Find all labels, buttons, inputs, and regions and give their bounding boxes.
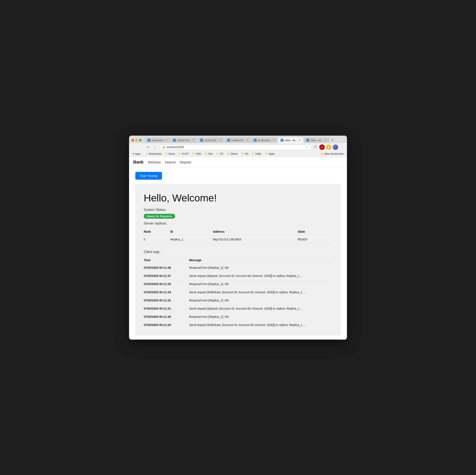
- log-time: 07/03/2020 00:11:31: [144, 304, 189, 313]
- bookmark-bookmarks[interactable]: ★ Bookmarks: [145, 152, 163, 156]
- tab-favicon: 🌐: [148, 139, 151, 142]
- logs-col-time: Time: [144, 257, 189, 264]
- address-row: ← → ↻ ⌂ 🔒 localhost:8005 ☆ 🛡 ● ■ ⋮: [129, 143, 347, 151]
- lock-icon: 🔒: [162, 146, 165, 148]
- table-row: 07/03/2020 00:11:35 Respond from [Replic…: [144, 280, 332, 288]
- extension-yellow-icon[interactable]: ■: [326, 144, 331, 150]
- close-button[interactable]: [132, 139, 134, 141]
- bookmark-hust[interactable]: 📁 HUST: [177, 152, 190, 156]
- bookmark-cn[interactable]: 📁 CN: [240, 152, 250, 156]
- folder-icon: 📁: [320, 152, 323, 155]
- bookmark-others-label: Others: [230, 152, 238, 155]
- log-time: 07/03/2020 00:11:32: [144, 296, 189, 304]
- tab-favicon: 🌐: [227, 139, 230, 142]
- start-testing-button[interactable]: Start Testing: [135, 172, 162, 180]
- table-row: 07/03/2020 00:11:34 Send request [Withdr…: [144, 288, 332, 296]
- apps-grid-icon: ⊞: [132, 152, 134, 155]
- bookmark-apple[interactable]: 📁 Apple: [264, 152, 276, 156]
- extension-red-icon[interactable]: ●: [319, 144, 325, 150]
- forward-button[interactable]: →: [138, 144, 144, 150]
- log-time: 07/03/2020 00:11:35: [144, 280, 189, 288]
- bookmark-apps[interactable]: ⊞ Apps: [131, 152, 142, 156]
- bookmark-star-icon[interactable]: ☆: [306, 145, 308, 149]
- content-card: Hello, Welcome! System Status: Ready for…: [135, 184, 341, 335]
- log-message: Send request [Withdraw: [Account ID: Acc…: [189, 321, 332, 329]
- tab-global-fault[interactable]: 🌐 Global Fau... ✕: [170, 138, 197, 143]
- log-message: Respond from [Replica_1]: OK: [189, 280, 332, 288]
- address-bar[interactable]: 🔒 localhost:8005 ☆: [160, 144, 311, 150]
- table-row: 07/03/2020 00:11:29 Send request [Withdr…: [144, 321, 332, 329]
- folder-icon: 📁: [205, 152, 208, 155]
- tab-close-icon[interactable]: ✕: [165, 139, 168, 141]
- nav-withdraw[interactable]: Withdraw: [148, 160, 161, 164]
- bookmark-music-label: Music: [169, 152, 175, 155]
- replicas-col-rank: Rank: [144, 228, 170, 235]
- log-message: Send request [deposit: [Account ID: Acco…: [189, 304, 332, 313]
- bookmark-cmu-label: CMU: [196, 152, 202, 155]
- server-replicas-label: Server replicas:: [144, 222, 332, 225]
- home-button[interactable]: ⌂: [153, 144, 158, 150]
- main-area: Start Testing Hello, Welcome! System Sta…: [129, 168, 347, 340]
- folder-icon: 📁: [165, 152, 168, 155]
- tab-close-icon[interactable]: ✕: [192, 139, 195, 141]
- more-options-button[interactable]: ⋮: [340, 144, 345, 150]
- profile-avatar[interactable]: [333, 144, 338, 150]
- log-message: Send request [deposit: [Account ID: Acco…: [189, 272, 332, 280]
- tab-label: Replication: [152, 139, 164, 141]
- tab-localhost-2[interactable]: 🌐 localhost:8... ✕: [251, 138, 278, 143]
- tab-index-2[interactable]: 🌐 index - ba... ✕: [304, 138, 329, 143]
- bookmark-utility[interactable]: 📁 Utility: [250, 152, 262, 156]
- table-row: 07/03/2020 00:11:31 Send request [deposi…: [144, 304, 332, 313]
- bookmark-cs[interactable]: 📁 CS: [215, 152, 225, 156]
- tab-favicon: 🌐: [306, 139, 309, 142]
- tab-replication[interactable]: 🌐 Replication ✕: [145, 138, 170, 143]
- minimize-button[interactable]: [135, 139, 138, 141]
- tab-close-icon[interactable]: ✕: [219, 139, 222, 141]
- shield-icon[interactable]: 🛡: [313, 144, 318, 150]
- bookmark-music[interactable]: 📁 Music: [164, 152, 176, 156]
- system-status-label: System Status:: [144, 208, 332, 212]
- tab-favicon: 🌐: [254, 139, 257, 142]
- tab-label: index - ba...: [285, 139, 297, 141]
- tab-localhost-1[interactable]: 🌐 localhost:8... ✕: [225, 138, 251, 143]
- log-message: Respond from [Replica_1]: OK: [189, 313, 332, 321]
- title-bar: 🌐 Replication ✕ 🌐 Global Fau... ✕ 🌐 Loca…: [129, 136, 347, 157]
- tab-close-icon[interactable]: ✕: [273, 139, 275, 141]
- log-time: 07/03/2020 00:11:29: [144, 321, 189, 329]
- status-badge: Ready for Requests: [144, 214, 175, 219]
- folder-icon: 📁: [252, 152, 255, 155]
- new-tab-button[interactable]: +: [330, 137, 335, 143]
- table-row: 07/03/2020 00:11:37 Send request [deposi…: [144, 272, 332, 280]
- tab-close-icon[interactable]: ✕: [246, 139, 248, 141]
- bookmark-utility-label: Utility: [255, 152, 261, 155]
- tab-index-active[interactable]: 🌐 index - ba... ✕: [278, 138, 303, 143]
- reload-button[interactable]: ↻: [145, 144, 151, 150]
- tab-close-icon[interactable]: ✕: [324, 139, 327, 141]
- nav-deposit[interactable]: Deposit: [165, 160, 176, 164]
- address-text: localhost:8005: [167, 145, 304, 149]
- back-button[interactable]: ←: [131, 144, 136, 150]
- nav-register[interactable]: Register: [180, 160, 191, 164]
- page-content: Bank Withdraw Deposit Register Start Tes…: [129, 157, 347, 340]
- folder-icon: 📁: [192, 152, 195, 155]
- tab-local-fault[interactable]: 🌐 Local Fault... ✕: [198, 138, 224, 143]
- table-row: 07/03/2020 00:11:29 Respond from [Replic…: [144, 313, 332, 321]
- log-message: Send request [Withdraw: [Account ID: Acc…: [189, 288, 332, 296]
- replicas-col-address: Address: [213, 228, 298, 235]
- other-bookmarks-button[interactable]: 📁 Other Bookmarks: [319, 152, 345, 156]
- tab-close-icon[interactable]: ✕: [299, 139, 301, 141]
- logs-col-message: Message: [189, 257, 332, 264]
- bookmark-hust-label: HUST: [182, 152, 189, 155]
- maximize-button[interactable]: [139, 139, 142, 141]
- bookmark-cs-label: CS: [220, 152, 223, 155]
- bookmark-others[interactable]: 📁 Others: [225, 152, 239, 156]
- site-brand: Bank: [133, 160, 143, 165]
- tab-label: index - ba...: [310, 139, 323, 141]
- bookmark-cmu[interactable]: 📁 CMU: [191, 152, 203, 156]
- replica-address: http://10.0.0.198:8003: [213, 235, 298, 244]
- bookmarks-star-icon: ★: [146, 152, 148, 155]
- bookmark-rec[interactable]: 📁 Rec: [204, 152, 214, 156]
- site-nav: Bank Withdraw Deposit Register: [129, 157, 347, 168]
- log-message: Respond from [Replica_1]: OK: [189, 264, 332, 272]
- log-message: Respond from [Replica_1]: OK: [189, 296, 332, 304]
